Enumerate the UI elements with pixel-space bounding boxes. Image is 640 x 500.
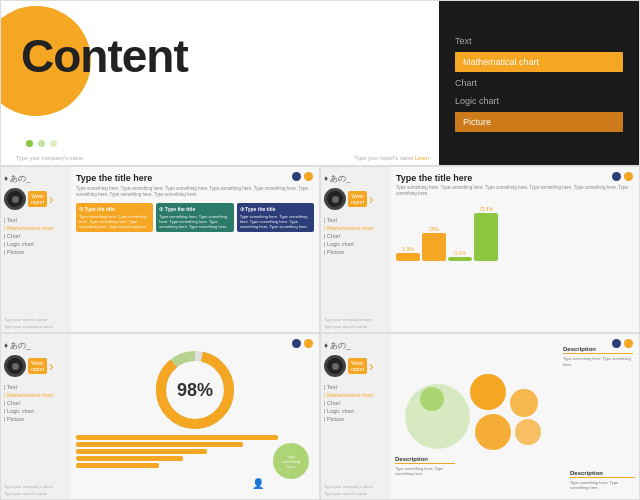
seg2-bar (422, 233, 446, 261)
nav-s2-chart: | Chart (324, 232, 388, 240)
slide-layout3: ♦ あの_ Weekreport › | Text | Mathematical… (1, 334, 319, 499)
slide4-dots (292, 339, 313, 348)
week-badge4: Weekreport (348, 358, 367, 374)
dot4-blue (292, 339, 301, 348)
nav-item-text[interactable]: Text (455, 32, 623, 50)
bubble-orange-2 (510, 389, 538, 417)
tire-icon2 (324, 188, 346, 210)
seg1: 2.5% (396, 246, 420, 261)
percent-label: 98% (177, 380, 213, 401)
nav-s4-chart: | Chart (324, 399, 388, 407)
slide1-footer-left: Type your company's name (16, 155, 83, 161)
nav-sidebar4: | Text | Mathematical chart | Chart | Lo… (324, 383, 388, 423)
slide3-body: Type something here. Type something here… (396, 185, 634, 198)
dot-orange (304, 172, 313, 181)
slide3-dots (612, 172, 633, 181)
slide-donut: ♦ あの_ Weekreport › | Text | Mathematical… (0, 333, 320, 500)
box1-label: ① Type the title (79, 206, 150, 212)
seg1-label: 2.5% (402, 246, 413, 252)
dot-blue (292, 172, 301, 181)
slide-main: Type the title here Type something here.… (71, 167, 319, 332)
slide-sidebar: ♦ あの_ Weekreport › | Text | Mathematical… (1, 167, 71, 332)
slide-sidebar4: ♦ あの_ Weekreport › | Text | Mathematical… (321, 334, 391, 499)
box2-text: Type something here. Type something here… (159, 214, 230, 230)
desc-box3: Description Type something here. Type so… (570, 470, 635, 491)
footer-company3: Type your company's name (4, 484, 53, 489)
desc1-title: Description (563, 346, 633, 354)
nav-s2-math: | Mathematical chart (324, 224, 388, 232)
bubble-teal-sm (420, 387, 444, 411)
tire-inner4 (332, 363, 339, 370)
slide1-footer-right: Type your report's name Learn (354, 155, 429, 161)
logo-text2: ♦ あの_ (324, 173, 388, 184)
prog-bar1 (76, 435, 278, 440)
tire-inner3 (12, 363, 19, 370)
seg-chart: 2.5% 25% 0.1% 72.4% (396, 206, 634, 261)
prog-bar2 (76, 442, 243, 447)
nav-s3-chart: | Chart (4, 399, 68, 407)
seg4-label: 72.4% (479, 206, 493, 212)
nav-s3-logic: | Logic chart (4, 407, 68, 415)
logo-row: Weekreport › (4, 188, 68, 210)
type-something-text: Typesomethinghere (282, 454, 300, 469)
nav-s-text: | Text (4, 216, 68, 224)
slide-barchart: ♦ あの_ Weekreport › | Text | Mathematical… (320, 166, 640, 333)
seg3: 0.1% (448, 250, 472, 261)
dot3-blue (612, 172, 621, 181)
box3-text: Type something here. Type something here… (240, 214, 311, 230)
footer-company: Type your company's name (4, 324, 53, 329)
logo-text4: ♦ あの_ (324, 340, 388, 351)
nav-item-picture[interactable]: Picture (455, 112, 623, 132)
footer-company4: Type your company's name (324, 484, 373, 489)
donut-chart: 98% (155, 350, 235, 430)
nav-sidebar: | Text | Mathematical chart | Chart | Lo… (4, 216, 68, 256)
nav-s2-logic: | Logic chart (324, 240, 388, 248)
footer-report2: Type your report's name (324, 324, 367, 329)
slide2-body: Type something here. Type something here… (76, 186, 314, 199)
decorative-dots (26, 140, 57, 147)
tire-inner2 (332, 196, 339, 203)
nav-item-mathematical-chart[interactable]: Mathematical chart (455, 52, 623, 72)
nav-item-logic-chart[interactable]: Logic chart (455, 92, 623, 110)
nav-s4-math: | Mathematical chart (324, 391, 388, 399)
arrow-icon2: › (369, 192, 374, 206)
box3: ③ Type the title Type something here. Ty… (237, 203, 314, 233)
seg2-label: 25% (429, 226, 439, 232)
slide4-main: 98% Typesomethinghere 👤 (71, 334, 319, 499)
nav-s-math: | Mathematical chart (4, 224, 68, 232)
seg3-label: 0.1% (454, 250, 465, 256)
nav-s-logic: | Logic chart (4, 240, 68, 248)
desc3-title: Description (570, 470, 635, 478)
desc-box1: Description Type something here. Type so… (563, 346, 633, 367)
dot3-orange (624, 172, 633, 181)
desc1-text: Type something here. Type something here… (563, 356, 633, 367)
footer-report3: Type your report's name (4, 491, 47, 496)
nav-s4-text: | Text (324, 383, 388, 391)
nav-s4-picture: | Picture (324, 415, 388, 423)
week-badge3: Weekreport (28, 358, 47, 374)
seg2: 25% (422, 226, 446, 261)
dot-green2 (38, 140, 45, 147)
seg4-bar (474, 213, 498, 261)
slide3-main: Type the title here Type something here.… (391, 167, 639, 332)
main-title: Content (21, 29, 188, 83)
nav-s-picture: | Picture (4, 248, 68, 256)
arrow-icon4: › (369, 359, 374, 373)
dot-green3 (50, 140, 57, 147)
nav-item-chart[interactable]: Chart (455, 74, 623, 92)
nav-s4-logic: | Logic chart (324, 407, 388, 415)
slide-sidebar3: ♦ あの_ Weekreport › | Text | Mathematical… (1, 334, 71, 499)
slide2-title: Type the title here (76, 173, 314, 183)
logo-text: ♦ あの_ (4, 173, 68, 184)
slide3-title: Type the title here (396, 173, 634, 183)
desc3-text: Type something here. Type something here… (570, 480, 635, 491)
arrow-icon: › (49, 192, 54, 206)
desc2-text: Type something here. Type something here… (395, 466, 455, 477)
arrow-icon3: › (49, 359, 54, 373)
logo-text3: ♦ あの_ (4, 340, 68, 351)
footer-report4: Type your report's name (324, 491, 367, 496)
nav-sidebar3: | Text | Mathematical chart | Chart | Lo… (4, 383, 68, 423)
slide-layout: ♦ あの_ Weekreport › | Text | Mathematical… (1, 167, 319, 332)
logo-row3: Weekreport › (4, 355, 68, 377)
slide-sidebar2: ♦ あの_ Weekreport › | Text | Mathematical… (321, 167, 391, 332)
